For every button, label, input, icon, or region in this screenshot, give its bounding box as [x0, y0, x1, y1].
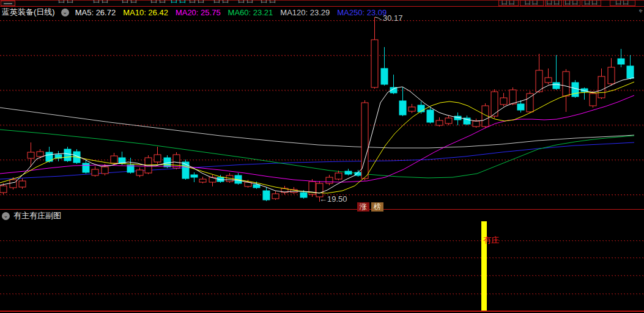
candle [235, 173, 242, 185]
candle [590, 91, 596, 108]
candles-layer [0, 17, 634, 202]
candle [390, 75, 397, 94]
ma-line-ma120 [0, 108, 634, 148]
menu-item-fragment[interactable]: 口口 [189, 0, 207, 7]
candle [191, 172, 198, 182]
toolbar-button[interactable]: 口口 [582, 0, 601, 6]
candle [627, 55, 634, 79]
ma-legend-item: MA120: 23.29 [280, 8, 330, 17]
signal-label: 有庄 [483, 235, 499, 246]
candle [381, 47, 388, 86]
menu-item-fragment[interactable]: 口口 [213, 0, 232, 7]
hamburger-icon [4, 3, 12, 4]
ma-legend: MA5: 26.72MA10: 26.42MA20: 25.75MA60: 23… [75, 8, 387, 17]
candle [309, 179, 316, 197]
candle [418, 101, 424, 114]
menu-item-fragment[interactable]: 口口 [261, 0, 279, 7]
toolbar-button[interactable]: 口口 [610, 0, 635, 6]
candle [371, 17, 378, 89]
menu-bar: 口口口口口口口口口口口口口口口口口口口口口口口口口口口口口口 [0, 0, 644, 7]
candle [618, 49, 624, 67]
badge-zhang: 涨 [357, 202, 369, 212]
annotation-arrow-layer [375, 17, 382, 20]
candle [355, 170, 361, 177]
menu-item-fragment[interactable]: 口口 [93, 0, 111, 7]
toolbar-button[interactable]: 口口 [520, 0, 544, 6]
low-price-value: 19.50 [327, 194, 347, 204]
chevron-down-icon[interactable]: ⌄ [2, 212, 10, 220]
app-logo-button[interactable] [1, 1, 15, 6]
app-window: 口口口口口口口口口口口口口口口口口口口口口口口口口口口口口口 蓝英装备(日线) … [0, 0, 644, 313]
candle [536, 54, 542, 93]
candle [19, 179, 26, 189]
ma-legend-item: MA20: 25.75 [176, 8, 221, 17]
grid-layer [0, 21, 644, 295]
candle [326, 175, 333, 185]
ma-legend-item: MA250: 23.09 [337, 8, 387, 17]
candle [464, 116, 470, 125]
candle [199, 177, 206, 183]
candle [608, 58, 615, 86]
candle [154, 147, 161, 164]
menu-item-fragment[interactable]: 口口 [171, 0, 187, 7]
toolbar-button[interactable]: 口口 [563, 0, 580, 6]
chevron-down-icon[interactable]: ⌄ [61, 9, 69, 17]
candle [399, 87, 406, 116]
candle [272, 191, 279, 200]
subchart-header: ⌄ 有主有庄副图 [2, 210, 61, 221]
candle [83, 160, 89, 174]
candle [281, 186, 288, 194]
ma-legend-item: MA5: 26.72 [75, 8, 116, 17]
candle [598, 68, 605, 99]
left-arrow-icon: ← [319, 194, 327, 204]
candle [581, 87, 588, 100]
subchart-title: 有主有庄副图 [13, 210, 61, 221]
candle [473, 119, 479, 128]
candle [500, 93, 507, 106]
menu-item-fragment[interactable]: 口口 [150, 0, 169, 7]
candle [409, 104, 415, 113]
menu-item-fragment[interactable]: 口口 [238, 0, 256, 7]
candle [563, 69, 569, 112]
menu-item-fragment[interactable]: 口口 [58, 0, 76, 7]
candle [454, 112, 461, 125]
candle [482, 103, 489, 128]
ma-legend-item: MA10: 26.42 [123, 8, 168, 17]
candle [545, 68, 552, 84]
main-chart-canvas[interactable] [0, 0, 644, 313]
toolbar-button[interactable]: 口口 [498, 0, 519, 6]
menu-item-fragment[interactable]: 口口 [122, 0, 140, 7]
candle [182, 160, 189, 180]
candle [436, 117, 443, 127]
candle [263, 187, 270, 201]
stock-title: 蓝英装备(日线) [2, 7, 55, 18]
candle [92, 166, 98, 177]
candle [136, 168, 143, 177]
candle [527, 91, 533, 113]
candle [335, 171, 342, 180]
info-bar: 蓝英装备(日线) ⌄ MA5: 26.72MA10: 26.42MA20: 25… [2, 7, 642, 17]
candle [345, 169, 352, 175]
badge-bang: 榜 [371, 202, 383, 212]
limit-up-badges: 涨 榜 [357, 202, 383, 212]
toolbar-button[interactable]: 口口 [545, 0, 562, 6]
low-price-label: ←19.50 [319, 194, 347, 204]
candle [445, 116, 452, 125]
ma-legend-item: MA60: 23.21 [228, 8, 273, 17]
candle [427, 108, 434, 123]
